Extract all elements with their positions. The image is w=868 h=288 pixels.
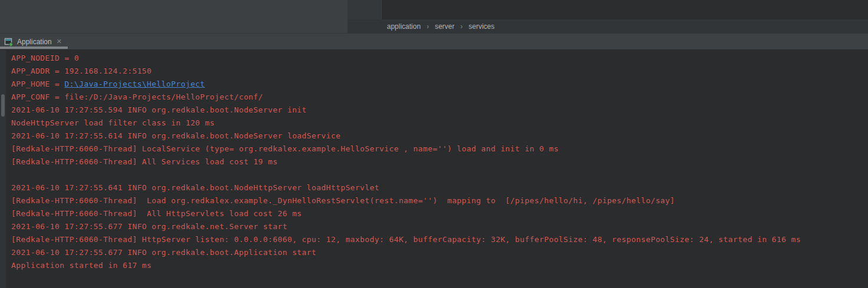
log-line: 2021-06-10 17:27:55.677 INFO org.redkale… <box>11 220 868 233</box>
log-line: [Redkale-HTTP:6060-Thread] All HttpServl… <box>11 207 868 220</box>
log-line: [Redkale-HTTP:6060-Thread] All Services … <box>11 155 868 168</box>
log-line: NodeHttpServer load filter class in 120 … <box>11 117 868 130</box>
console-log: APP_NODEID = 0APP_ADDR = 192.168.124.2:5… <box>11 52 868 272</box>
console-tab-bar: Application ✕ <box>0 34 868 50</box>
file-link[interactable]: D:\Java-Projects\HelloProject <box>65 80 206 88</box>
editor-panel-left <box>0 0 347 34</box>
run-tool-window: application›server›services Application … <box>0 0 868 288</box>
log-line: APP_CONF = file:/D:/Java-Projects/HelloP… <box>11 91 868 104</box>
editor-top-strip <box>347 0 868 19</box>
close-icon[interactable]: ✕ <box>57 38 62 45</box>
console-panel[interactable]: APP_NODEID = 0APP_ADDR = 192.168.124.2:5… <box>0 50 868 288</box>
log-line: APP_HOME = D:\Java-Projects\HelloProject <box>11 78 868 91</box>
log-line: [Redkale-HTTP:6060-Thread] Load org.redk… <box>11 194 868 207</box>
editor-split-cell <box>347 0 382 19</box>
log-line: 2021-06-10 17:27:55.677 INFO org.redkale… <box>11 246 868 259</box>
log-line: APP_ADDR = 192.168.124.2:5150 <box>11 65 868 78</box>
chevron-right-icon: › <box>460 22 463 31</box>
log-line: 2021-06-10 17:27:55.594 INFO org.redkale… <box>11 104 868 117</box>
scrollbar-thumb[interactable] <box>1 94 5 117</box>
active-tab-underline <box>0 47 68 49</box>
console-gutter-scrollbar[interactable] <box>0 50 6 288</box>
log-line: [Redkale-HTTP:6060-Thread] HttpServer li… <box>11 233 868 246</box>
breadcrumb-item-services[interactable]: services <box>469 22 495 31</box>
log-line: APP_NODEID = 0 <box>11 52 868 65</box>
editor-panel-right: application›server›services <box>347 0 868 34</box>
log-line: 2021-06-10 17:27:55.614 INFO org.redkale… <box>11 130 868 143</box>
breadcrumb-item-server[interactable]: server <box>435 22 454 31</box>
log-line: 2021-06-10 17:27:55.641 INFO org.redkale… <box>11 181 868 194</box>
tab-application-label: Application <box>17 38 52 46</box>
breadcrumb-item-application[interactable]: application <box>387 22 420 31</box>
breadcrumb: application›server›services <box>347 19 868 34</box>
log-line: [Redkale-HTTP:6060-Thread] LocalService … <box>11 143 868 155</box>
chevron-right-icon: › <box>426 22 429 31</box>
log-line <box>11 168 868 181</box>
run-console-icon <box>4 37 14 47</box>
log-text: APP_HOME = <box>11 80 65 88</box>
log-line: Application started in 617 ms <box>11 259 868 272</box>
